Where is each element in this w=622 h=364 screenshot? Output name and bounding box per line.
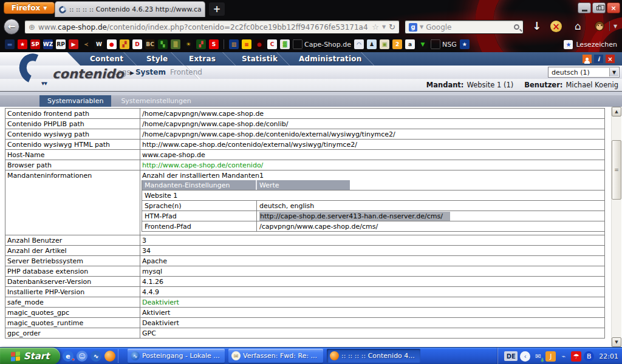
tray-bluetooth-icon[interactable]: B bbox=[584, 351, 594, 362]
bookmark-contenido[interactable]: ◠ bbox=[354, 39, 364, 49]
row-value[interactable]: http://www.cape-shop.de/contenido/ bbox=[140, 160, 604, 170]
language-dropdown-icon[interactable]: ▼ bbox=[609, 68, 618, 76]
quicklaunch-firefox-icon[interactable] bbox=[104, 351, 115, 362]
bookmark-bluebird-icon: ★ bbox=[460, 39, 470, 49]
bookmark-bc[interactable]: BC bbox=[145, 39, 155, 49]
downloads-button[interactable]: ↓ bbox=[532, 19, 541, 32]
blocker-addon-icon[interactable]: × bbox=[550, 21, 562, 32]
url-bar[interactable]: ⊕ www.cape-shop.de/contenido/index.php?c… bbox=[24, 20, 400, 34]
tray-network-icon[interactable]: ⌁ bbox=[558, 351, 569, 362]
bookmark-sparkasse[interactable]: S bbox=[209, 39, 219, 49]
bookmark-amazon[interactable]: a bbox=[405, 39, 415, 49]
navigation-toolbar: ← ⊕ www.cape-shop.de/contenido/index.php… bbox=[0, 17, 622, 36]
quicklaunch-thunderbird-icon[interactable]: ∿ bbox=[91, 351, 101, 362]
back-button[interactable]: ← bbox=[4, 19, 19, 35]
mandant-setting-value: http://cape-shop.de.server413-han.de-nse… bbox=[257, 211, 604, 221]
reload-icon[interactable]: ↻ bbox=[389, 22, 395, 32]
subnav-item-frontend[interactable]: Frontend bbox=[170, 68, 202, 76]
google-engine-icon[interactable]: g bbox=[409, 23, 417, 32]
new-tab-button[interactable]: + bbox=[209, 2, 225, 16]
home-button[interactable]: ⌂ bbox=[575, 20, 581, 32]
foxyproxy-monkey-icon[interactable] bbox=[595, 21, 604, 31]
bookmark-wikipedia[interactable]: W bbox=[94, 39, 104, 49]
bookmark-zwei[interactable]: 2 bbox=[392, 39, 402, 49]
nav-tab-administration[interactable]: Administration bbox=[299, 55, 361, 63]
toolbar-overflow-icon[interactable]: ▼ bbox=[613, 24, 617, 29]
tray-collapse-icon[interactable]: ‹ bbox=[520, 351, 530, 362]
user-profile-icon[interactable] bbox=[583, 55, 592, 63]
url-history-dropdown-icon[interactable]: ▼ bbox=[382, 24, 386, 30]
vertical-scrollbar[interactable]: ▲ ≡ ▼ bbox=[611, 107, 621, 347]
logout-close-icon[interactable]: × bbox=[606, 55, 615, 63]
bookmark-duden-icon: D bbox=[132, 39, 142, 49]
bookmark-duden[interactable]: D bbox=[132, 39, 142, 49]
bookmark-youtube[interactable]: ▶ bbox=[69, 39, 78, 49]
language-select[interactable]: deutsch (1) ▼ bbox=[548, 67, 620, 78]
bookmark-penguin[interactable]: ♟ bbox=[367, 39, 377, 49]
url-text[interactable]: www.cape-shop.de/contenido/index.php?con… bbox=[38, 23, 369, 32]
bookmarks-menu-button[interactable]: ★ Lesezeichen bbox=[564, 40, 617, 49]
tray-mail-icon[interactable]: ✉↓ bbox=[533, 351, 543, 362]
table-row: Installierte PHP-Version4.4.9 bbox=[5, 287, 604, 297]
bookmark-capeshop[interactable]: Cape-Shop.de bbox=[293, 39, 351, 49]
start-button[interactable]: Start bbox=[0, 348, 60, 364]
quicklaunch-messenger-icon[interactable]: ☺ bbox=[77, 351, 87, 362]
bookmark-bluebird[interactable]: ★ bbox=[460, 39, 470, 49]
firefox-menu-button[interactable]: Firefox ▼ bbox=[4, 2, 55, 14]
search-bar[interactable]: g ▼ Google bbox=[405, 20, 524, 34]
bookmark-camo[interactable]: ▒ bbox=[171, 39, 180, 49]
bookmark-tiles-2[interactable]: ▞ bbox=[196, 39, 206, 49]
site-identity-icon[interactable]: ⊕ bbox=[29, 22, 35, 32]
task-button-1[interactable]: ∿Posteingang - Lokale ... bbox=[128, 349, 225, 363]
firefox-menu-caret-icon: ▼ bbox=[43, 5, 47, 11]
bookmark-spiegel[interactable]: SP bbox=[30, 39, 40, 49]
bookmark-comdirect[interactable]: C bbox=[267, 39, 277, 49]
bookmark-blueline[interactable]: ▬ bbox=[5, 39, 15, 49]
bookmark-stern[interactable]: ★ bbox=[18, 39, 27, 49]
task-button-2[interactable]: ✉Verfassen: Fwd: Re: ... bbox=[228, 349, 323, 363]
compose-mail-icon: ✉ bbox=[231, 351, 241, 360]
search-engine-dropdown-icon[interactable]: ▼ bbox=[420, 24, 423, 30]
bookmark-reddot[interactable]: ● bbox=[255, 39, 264, 49]
search-input[interactable]: Google bbox=[426, 23, 511, 32]
tray-java-icon[interactable]: J bbox=[545, 351, 556, 362]
bookmark-arrow[interactable]: ▼ bbox=[418, 39, 428, 49]
nav-tab-extras[interactable]: Extras bbox=[189, 55, 216, 63]
bookmark-falcon[interactable]: ≺ bbox=[81, 39, 91, 49]
bookmark-wheel[interactable]: ☀ bbox=[183, 39, 193, 49]
contenido-logo: contenido ▼▼ bbox=[15, 53, 166, 87]
scroll-up-button[interactable]: ▲ bbox=[612, 107, 621, 116]
nav-tab-statistik[interactable]: Statistik bbox=[242, 55, 278, 63]
task-buttons: ∿Posteingang - Lokale ...✉Verfassen: Fwd… bbox=[128, 349, 420, 363]
tray-avira-icon[interactable]: ☂ bbox=[571, 351, 581, 362]
quicklaunch-ie-icon[interactable]: e• bbox=[63, 351, 73, 362]
bookmark-bars[interactable]: ▥ bbox=[229, 39, 239, 49]
language-indicator[interactable]: DE bbox=[504, 351, 518, 361]
info-icon[interactable]: i bbox=[594, 55, 603, 63]
restore-button[interactable] bbox=[592, 2, 606, 13]
close-button[interactable]: × bbox=[607, 2, 620, 13]
scroll-down-button[interactable]: ▼ bbox=[612, 337, 621, 347]
bookmark-rp[interactable]: RP bbox=[56, 39, 66, 49]
bookmark-nsg[interactable]: NSG bbox=[431, 39, 457, 49]
bookmark-bars-icon: ▥ bbox=[229, 39, 239, 49]
row-value: GPC bbox=[140, 328, 604, 338]
bookmark-star-icon[interactable]: ☆ bbox=[372, 22, 379, 32]
taskbar-clock: 22:01 bbox=[599, 352, 618, 360]
minimize-button[interactable] bbox=[578, 2, 591, 13]
tab-systemvariablen[interactable]: Systemvariablen bbox=[39, 95, 111, 107]
bookmark-pixels[interactable]: ▓ bbox=[280, 39, 290, 49]
bookmark-dhl[interactable]: ≡ bbox=[242, 39, 251, 49]
search-magnifier-icon[interactable] bbox=[514, 24, 519, 30]
scrollbar-thumb[interactable]: ≡ bbox=[612, 140, 621, 200]
browser-tab[interactable]: :: :: :: :: Contenido 4.6.23 http://www.… bbox=[55, 1, 205, 17]
bookmark-tiles[interactable]: ▚ bbox=[158, 39, 168, 49]
language-value: deutsch (1) bbox=[552, 69, 590, 76]
bookmark-vodafone[interactable]: ● bbox=[107, 39, 117, 49]
tab-systemeinstellungen[interactable]: Systemeinstellungen bbox=[113, 95, 199, 107]
bookmark-flag[interactable]: ▞ bbox=[120, 39, 129, 49]
bookmark-wz[interactable]: WZ bbox=[43, 39, 53, 49]
task-button-3[interactable]: :: :: :: :: Contenido 4... bbox=[327, 349, 420, 363]
bookmark-bag[interactable]: ▣ bbox=[380, 39, 389, 49]
bookmark-sparkasse-icon: S bbox=[209, 39, 219, 49]
